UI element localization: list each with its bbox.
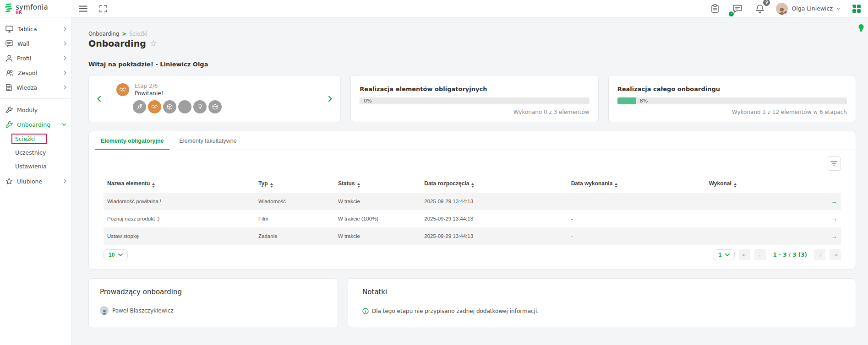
stage-dot-dice-icon[interactable] — [208, 100, 222, 113]
table-header-row: Nazwa elementu Typ Status Data rozpoczęc… — [104, 175, 841, 193]
mentor-card-title: Prowadzący onboarding — [100, 288, 327, 296]
sidebar-item-wiedza[interactable]: Wiedza — [0, 80, 71, 95]
stage-prev-chevron-icon[interactable] — [97, 96, 101, 102]
stage-dot-package-icon[interactable] — [163, 100, 176, 113]
cell-wykonal — [705, 193, 816, 210]
sort-icon — [615, 183, 617, 188]
sidebar-item-ustawienia[interactable]: Ustawienia — [0, 159, 71, 173]
table-row[interactable]: Wiadomość powitalna ! Wiadomość W trakci… — [104, 193, 841, 210]
cell-typ: Wiadomość — [255, 193, 334, 210]
page-size-select[interactable]: 10 — [104, 249, 128, 260]
info-icon — [362, 308, 369, 314]
sidebar-item-uczestnicy[interactable]: Uczestnicy — [0, 146, 71, 159]
last-page-icon[interactable]: ⇥ — [830, 249, 841, 260]
cell-status: W trakcie — [334, 193, 420, 210]
pagination-bar: 10 1 ⇤ ← 1 - 3 / 3 (3) → ⇥ — [104, 245, 841, 264]
chevron-right-icon — [64, 85, 66, 90]
stage-label: Etap 2/6 — [135, 83, 164, 89]
sidebar-item-tablica[interactable]: Tablica — [0, 22, 71, 36]
notification-count-badge: 9 — [763, 0, 770, 6]
notes-card-title: Notatki — [362, 288, 841, 296]
table-row[interactable]: Ustaw stopkę Zadanie W trakcie 2025-09-2… — [104, 227, 841, 245]
progress-summary: Wykonano 1 z 12 elementów w 6 etapach — [617, 109, 847, 115]
brand-module: HR — [16, 11, 48, 15]
brand-logo[interactable]: symfonia HR — [0, 2, 71, 15]
cell-status: W trakcie (100%) — [334, 210, 420, 227]
sort-icon — [734, 183, 737, 188]
sidebar-item-sciezki[interactable]: Ścieżki — [0, 132, 71, 146]
messages-online-badge: ✓ — [729, 11, 734, 16]
favorite-star-icon[interactable]: ☆ — [150, 39, 157, 48]
table-row[interactable]: Poznaj nasz produkt :) Film W trakcie (1… — [104, 210, 841, 227]
column-header[interactable]: Data rozpoczęcia — [420, 175, 567, 193]
stage-dot-rocket-icon[interactable] — [133, 100, 146, 113]
brand-name: symfonia — [16, 4, 48, 11]
overall-progress-card: Realizacja całego onboardingu 8% Wykonan… — [608, 75, 856, 122]
sidebar-item-profil[interactable]: Profil — [0, 51, 71, 65]
page-size-value: 10 — [109, 252, 115, 258]
tab-elementy-fakultatywne[interactable]: Elementy fakultatywne — [174, 131, 242, 150]
progress-percent-label: 8% — [640, 98, 648, 104]
progress-bar: 8% — [617, 97, 847, 104]
user-avatar — [776, 3, 788, 15]
breadcrumb-parent[interactable]: Onboarding — [88, 31, 119, 37]
column-header[interactable]: Nazwa elementu — [104, 175, 255, 193]
fullscreen-icon[interactable] — [98, 3, 109, 14]
symfonia-logo-icon — [5, 2, 13, 13]
clipboard-icon[interactable] — [709, 2, 721, 15]
column-header[interactable]: Wykonał — [705, 175, 816, 193]
mandatory-progress-card: Realizacja elementów obligatoryjnych 0% … — [350, 75, 598, 122]
chevron-right-icon — [64, 70, 66, 75]
stage-next-chevron-icon[interactable] — [328, 96, 332, 102]
cell-data-rozpoczecia: 2025-09-29 13:44:13 — [420, 210, 567, 227]
team-icon — [5, 69, 14, 76]
cell-nazwa: Poznaj nasz produkt :) — [104, 210, 255, 227]
stage-dot-empty[interactable] — [178, 100, 191, 113]
open-element-arrow-icon[interactable]: → — [831, 232, 837, 240]
progress-summary: Wykonano 0 z 3 elementów — [360, 109, 589, 115]
hint-lightbulb-icon[interactable] — [858, 24, 864, 32]
chevron-right-icon — [64, 41, 66, 46]
cell-data-wykonania: - — [568, 227, 705, 245]
apps-grid-icon[interactable] — [851, 3, 863, 15]
welcome-message: Witaj na pokładzie! - Liniewicz Olga — [88, 61, 856, 68]
filter-button[interactable] — [827, 156, 841, 171]
sidebar-item-moduly[interactable]: Moduły — [0, 102, 71, 117]
prev-page-icon[interactable]: ← — [754, 249, 766, 260]
open-element-arrow-icon[interactable]: → — [831, 215, 837, 222]
sort-icon — [152, 183, 155, 188]
first-page-icon[interactable]: ⇤ — [739, 249, 750, 260]
cell-status: W trakcie — [334, 227, 420, 245]
sidebar-item-wall[interactable]: Wall — [0, 36, 71, 51]
tab-elementy-obligatoryjne[interactable]: Elementy obligatoryjne — [95, 131, 169, 150]
chevron-right-icon — [64, 27, 66, 31]
page-select[interactable]: 1 — [714, 249, 735, 260]
column-header[interactable]: Typ — [255, 175, 334, 193]
user-chevron-down-icon — [836, 7, 841, 10]
open-element-arrow-icon[interactable]: → — [831, 198, 837, 205]
sidebar-item-onboarding[interactable]: Onboarding — [0, 117, 71, 132]
column-header[interactable]: Status — [334, 175, 420, 193]
stage-dot-bulb-icon[interactable] — [193, 100, 207, 113]
sidebar-item-label: Ulubione — [17, 178, 42, 185]
page-value: 1 — [719, 252, 722, 258]
hamburger-menu-icon[interactable] — [77, 4, 89, 14]
cell-nazwa: Wiadomość powitalna ! — [104, 193, 255, 210]
chevron-right-icon — [64, 179, 66, 183]
sidebar-item-ulubione[interactable]: Ulubione — [0, 174, 71, 189]
stage-card: Etap 2/6 Powitanie! — [88, 75, 341, 122]
notes-card: Notatki Dla tego etapu nie przypisano ża… — [348, 278, 856, 328]
stage-dot-handshake-icon[interactable] — [148, 100, 161, 113]
column-header[interactable]: Data wykonania — [568, 175, 705, 193]
next-page-icon[interactable]: → — [814, 249, 825, 260]
user-menu[interactable]: Olga Liniewicz — [776, 3, 841, 15]
stage-name: Powitanie! — [135, 90, 164, 97]
modules-wrench-icon — [5, 106, 13, 113]
cell-wykonal — [705, 227, 816, 245]
sidebar-item-zespol[interactable]: Zespół — [0, 65, 71, 80]
mentor-person[interactable]: Paweł Błaszczykiewicz — [100, 306, 327, 315]
sort-icon — [471, 183, 474, 188]
wall-icon — [5, 40, 13, 47]
sidebar-item-label: Ścieżki — [15, 135, 35, 142]
progress-card-title: Realizacja całego onboardingu — [617, 86, 847, 92]
